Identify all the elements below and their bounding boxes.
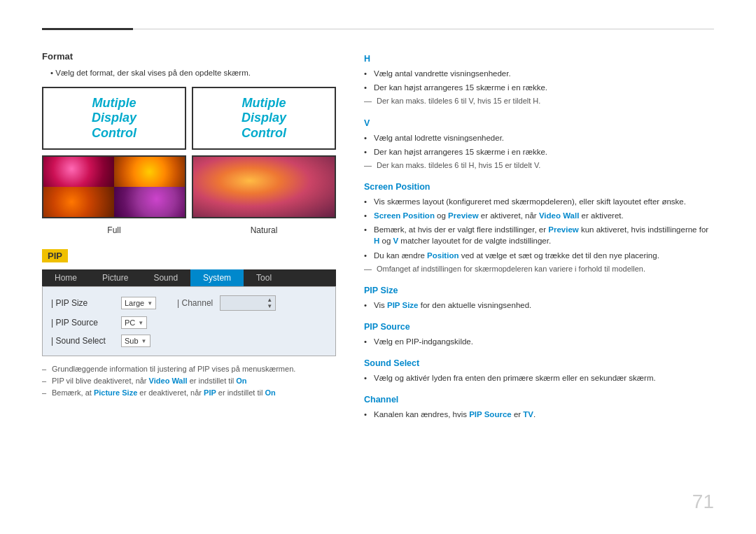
pip-notes: Grundlæggende information til justering … (42, 365, 336, 397)
pip-channel-up[interactable]: ▲ (267, 297, 272, 303)
h-bullet-2: Der kan højst arrangeres 15 skærme i en … (364, 82, 714, 93)
pip-source-section: PIP Source Vælg en PIP-indgangskilde. (364, 322, 714, 347)
pip-note-1: Grundlæggende information til justering … (42, 365, 336, 373)
top-line-light (133, 29, 714, 29)
channel-section: Channel Kanalen kan ændres, hvis PIP Sou… (364, 395, 714, 420)
screen-position-title: Screen Position (364, 182, 714, 192)
top-line (42, 28, 714, 30)
pip-menu-picture[interactable]: Picture (90, 269, 141, 286)
screen-pos-preview2: Preview (548, 225, 578, 234)
pip-section: PIP Home Picture Sound System Tool | PIP… (42, 249, 336, 397)
left-column: Format Vælg det format, der skal vises p… (42, 51, 336, 431)
pip-sound-select-select[interactable]: Sub ▼ (121, 335, 150, 347)
pip-menu-sound[interactable]: Sound (141, 269, 190, 286)
photo-cell-bottom-right (114, 187, 185, 217)
pip-sound-select-label: | Sound Select (51, 336, 114, 346)
pip-sound-select-arrow: ▼ (141, 338, 147, 344)
pip-source-bullet: Vælg en PIP-indgangskilde. (364, 336, 714, 347)
pip-channel-label: | Channel (177, 298, 213, 308)
pip-note-3-picturesize: Picture Size (94, 388, 137, 397)
channel-bullet: Kanalen kan ændres, hvis PIP Source er T… (364, 409, 714, 420)
h-dash-v: V (468, 97, 472, 105)
h-section: H Vælg antal vandrette visningsenheder. … (364, 54, 714, 107)
format-images-grid: Mutiple Display Control Mutiple Display … (42, 87, 336, 218)
screen-pos-preview: Preview (448, 211, 478, 220)
pip-note-2-videowall: Video Wall (149, 377, 188, 385)
format-labels: Full Natural (42, 225, 336, 235)
sound-select-bullet: Vælg og aktivér lyden fra enten den prim… (364, 372, 714, 384)
v-bullet-1: Vælg antal lodrette visningsenheder. (364, 132, 714, 143)
format-image-text-1: Mutiple Display Control (42, 87, 186, 150)
photo-cell-top-left (43, 157, 114, 187)
label-natural: Natural (192, 225, 336, 235)
pip-size-link: PIP Size (387, 301, 419, 309)
format-text-display-1: Mutiple Display Control (92, 96, 136, 141)
v-dash-v: V (534, 161, 538, 169)
pip-row-sound-select: | Sound Select Sub ▼ (43, 332, 335, 350)
photo-natural (193, 157, 335, 217)
page-container: Format Vælg det format, der skal vises p… (0, 0, 756, 459)
pip-menu-system[interactable]: System (190, 269, 244, 286)
screen-pos-position: Position (427, 251, 458, 260)
pip-source-arrow: ▼ (138, 320, 144, 326)
sound-select-section: Sound Select Vælg og aktivér lyden fra e… (364, 358, 714, 384)
format-text-line3: Control (92, 126, 136, 141)
format-image-text-2: Mutiple Display Control (192, 87, 336, 150)
v-label: V (364, 118, 714, 128)
format-image-natural (192, 155, 336, 218)
format-text-display-2: Mutiple Display Control (241, 96, 286, 141)
pip-source-select[interactable]: PC ▼ (121, 316, 147, 329)
pip-menu-home[interactable]: Home (42, 269, 90, 286)
format-title: Format (42, 51, 336, 62)
pip-channel-input[interactable]: ▲ ▼ (220, 295, 276, 311)
top-line-dark (42, 28, 133, 30)
pip-size-select[interactable]: Large ▼ (121, 297, 156, 309)
pip-size-arrow: ▼ (147, 300, 153, 307)
format-description: Vælg det format, der skal vises på den o… (42, 69, 336, 77)
pip-note-2-on: On (236, 377, 246, 385)
page-number: 71 (692, 491, 714, 513)
screen-pos-bullet-4: Du kan ændre Position ved at vælge et sæ… (364, 250, 714, 261)
h-dash-h: H (533, 97, 538, 105)
channel-title: Channel (364, 395, 714, 405)
screen-pos-bullet-2: Screen Position og Preview er aktiveret,… (364, 210, 714, 221)
pip-size-label: | PIP Size (51, 298, 114, 308)
channel-pip-source: PIP Source (469, 410, 512, 419)
pip-note-2: PIP vil blive deaktiveret, når Video Wal… (42, 377, 336, 385)
pip-size-title: PIP Size (364, 286, 714, 295)
pip-size-bullet: Vis PIP Size for den aktuelle visningsen… (364, 300, 714, 311)
v-dash: Der kan maks. tildeles 6 til H, hvis 15 … (364, 160, 714, 171)
format-text-line2-2: Display (241, 111, 286, 126)
pip-source-value: PC (125, 318, 135, 327)
label-full: Full (42, 225, 186, 235)
screen-pos-bullet-3: Bemærk, at hvis der er valgt flere indst… (364, 224, 714, 246)
content-columns: Format Vælg det format, der skal vises p… (42, 51, 714, 431)
pip-sound-select-value: Sub (125, 337, 139, 345)
pip-menu-tool[interactable]: Tool (244, 269, 284, 286)
screen-pos-sp: Screen Position (374, 211, 435, 220)
pip-table: | PIP Size Large ▼ | Channel ▲ ▼ (42, 286, 336, 356)
right-column: H Vælg antal vandrette visningsenheder. … (364, 51, 714, 431)
h-label: H (364, 54, 714, 64)
pip-row-source: | PIP Source PC ▼ (43, 314, 335, 332)
screen-pos-h: H (374, 237, 379, 245)
pip-menu-bar: Home Picture Sound System Tool (42, 269, 336, 286)
format-text-line3-2: Control (241, 126, 286, 141)
screen-pos-vw: Video Wall (539, 211, 580, 220)
h-dash: Der kan maks. tildeles 6 til V, hvis 15 … (364, 96, 714, 106)
format-text-line2: Display (92, 111, 136, 126)
screen-position-section: Screen Position Vis skærmes layout (konf… (364, 182, 714, 274)
pip-channel-arrows[interactable]: ▲ ▼ (267, 297, 272, 309)
h-bullet-1: Vælg antal vandrette visningsenheder. (364, 68, 714, 79)
pip-note-3: Bemærk, at Picture Size er deaktiveret, … (42, 388, 336, 397)
v-dash-h: H (468, 161, 474, 169)
pip-channel-down[interactable]: ▼ (267, 303, 272, 309)
format-text-line1: Mutiple (92, 96, 136, 111)
format-image-photo-grid (42, 155, 186, 218)
photo-cell-top-right (114, 157, 185, 187)
format-text-line1-2: Mutiple (241, 96, 286, 111)
photo-grid (43, 157, 185, 217)
sound-select-title: Sound Select (364, 358, 714, 368)
v-bullet-2: Der kan højst arrangeres 15 skærme i en … (364, 146, 714, 157)
screen-pos-bullet-1: Vis skærmes layout (konfigureret med skæ… (364, 196, 714, 207)
